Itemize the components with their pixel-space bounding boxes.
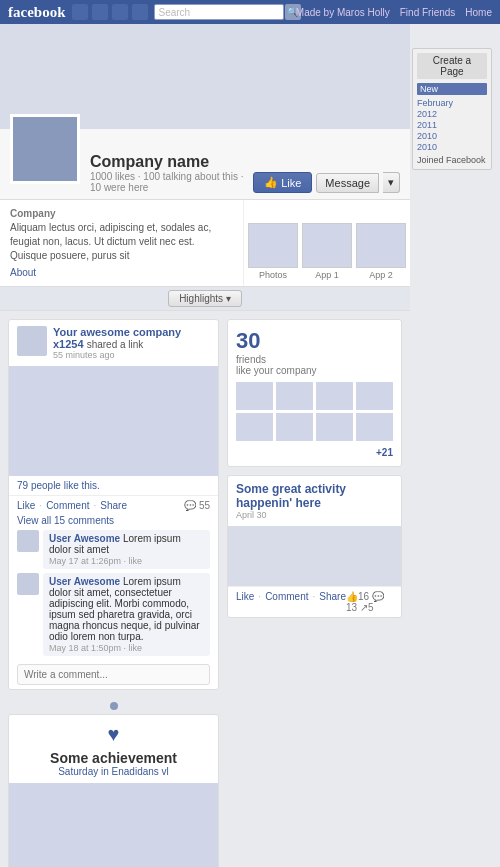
friend-thumb-4[interactable]: [356, 382, 393, 410]
app1-image: [302, 223, 352, 268]
message-button[interactable]: Message: [316, 173, 379, 193]
activity-stats: 👍16 💬13 ↗5: [346, 591, 393, 613]
profile-section: Company name 1000 likes · 100 talking ab…: [0, 129, 410, 200]
search-placeholder: Search: [159, 7, 191, 18]
made-by-link: Made by Maros Holly: [296, 7, 390, 18]
activity-footer: Like · Comment · Share 👍16 💬13 ↗5: [228, 586, 401, 617]
top-navigation: facebook Search 🔍 Made by Maros Holly Fi…: [0, 0, 500, 24]
activity-comment[interactable]: Comment: [265, 591, 308, 613]
friend-thumb-2[interactable]: [276, 382, 313, 410]
friend-thumb-7[interactable]: [316, 413, 353, 441]
post-actions: Like · Comment · Share: [17, 500, 127, 511]
about-section: Company Aliquam lectus orci, adipiscing …: [0, 200, 244, 286]
friend-thumb-5[interactable]: [236, 413, 273, 441]
likes-count: 1000 likes · 100 talking about this · 10…: [90, 171, 253, 193]
top-right-links: Made by Maros Holly Find Friends Home: [296, 0, 492, 24]
messages-icon[interactable]: [112, 4, 128, 20]
comment-row-2: User Awesome Lorem ipsum dolor sit amet,…: [17, 573, 210, 656]
year-february[interactable]: February: [417, 98, 487, 108]
activity-header: Some great activity happenin' here April…: [228, 476, 401, 526]
about-link[interactable]: About: [10, 267, 233, 278]
app1-thumbnail[interactable]: App 1: [302, 223, 352, 280]
comment-bubble-1: User Awesome Lorem ipsum dolor sit amet …: [43, 530, 210, 569]
achievement-icon-area: ♥: [9, 715, 218, 750]
app2-image: [356, 223, 406, 268]
post-card: Your awesome company x1254 shared a link…: [8, 319, 219, 690]
comment-action[interactable]: Comment: [46, 500, 89, 511]
year-2011[interactable]: 2011: [417, 120, 487, 130]
comment-user-1[interactable]: User Awesome: [49, 533, 120, 544]
post-action: shared a link: [87, 339, 144, 350]
activity-share[interactable]: Share: [319, 591, 346, 613]
search-box: Search: [154, 4, 284, 20]
year-2010b[interactable]: 2010: [417, 142, 487, 152]
like-action[interactable]: Like: [17, 500, 35, 511]
post-avatar: [17, 326, 47, 356]
home-icon[interactable]: [72, 4, 88, 20]
create-page-box: Create a Page New February 2012 2011 201…: [412, 48, 492, 170]
timeline-years: New February 2012 2011 2010 2010 Joined …: [417, 83, 487, 165]
company-name: Company name: [90, 153, 253, 171]
friends-more[interactable]: +21: [236, 447, 393, 458]
activity-like[interactable]: Like: [236, 591, 254, 613]
friends-grid: [236, 382, 393, 441]
friends-card: 30 friends like your company +21: [227, 319, 402, 467]
achievement-image: [9, 783, 218, 867]
timeline-dot: [110, 702, 118, 710]
like-count-text: 79 people like this.: [9, 476, 218, 495]
photos-thumbnail[interactable]: Photos: [248, 223, 298, 280]
nav-icons: [72, 4, 148, 20]
photos-label: Photos: [248, 270, 298, 280]
friend-thumb-6[interactable]: [276, 413, 313, 441]
post-image: [9, 366, 218, 476]
activity-card: Some great activity happenin' here April…: [227, 475, 402, 618]
app1-label: App 1: [302, 270, 352, 280]
right-column: 30 friends like your company +21: [227, 319, 402, 867]
main-content: Your awesome company x1254 shared a link…: [0, 311, 410, 867]
friends-icon[interactable]: [92, 4, 108, 20]
comment-avatar-2: [17, 573, 39, 595]
share-action[interactable]: Share: [100, 500, 127, 511]
write-comment-input[interactable]: [17, 664, 210, 685]
photos-image: [248, 223, 298, 268]
friend-thumb-8[interactable]: [356, 413, 393, 441]
facebook-logo: facebook: [8, 4, 66, 21]
achievement-post: ♥ Some achievement Saturday in Enadidans…: [8, 714, 219, 867]
app2-label: App 2: [356, 270, 406, 280]
joined-facebook[interactable]: Joined Facebook: [417, 155, 487, 165]
profile-info: Company name 1000 likes · 100 talking ab…: [90, 147, 253, 199]
comment-time-2: May 18 at 1:50pm · like: [49, 643, 204, 653]
view-all-comments[interactable]: View all 15 comments: [17, 515, 210, 526]
create-page-title[interactable]: Create a Page: [417, 53, 487, 79]
post-header: Your awesome company x1254 shared a link…: [9, 320, 218, 366]
activity-image: [228, 526, 401, 586]
post-meta: Your awesome company x1254 shared a link…: [53, 326, 210, 360]
year-2010[interactable]: 2010: [417, 131, 487, 141]
profile-buttons: 👍 Like Message ▾: [253, 172, 400, 199]
find-friends-link[interactable]: Find Friends: [400, 7, 456, 18]
message-dropdown[interactable]: ▾: [383, 172, 400, 193]
profile-avatar: [10, 114, 80, 184]
like-button[interactable]: 👍 Like: [253, 172, 312, 193]
year-2012[interactable]: 2012: [417, 109, 487, 119]
post-user-action: Your awesome company x1254 shared a link: [53, 326, 210, 350]
app2-thumbnail[interactable]: App 2: [356, 223, 406, 280]
like-count-link[interactable]: 79 people like this.: [17, 480, 100, 491]
activity-actions: Like · Comment · Share: [236, 591, 346, 613]
achievement-subtitle: Saturday in Enadidans vl: [9, 766, 218, 777]
friends-label: friends like your company: [236, 354, 393, 376]
comment-user-2[interactable]: User Awesome: [49, 576, 120, 587]
friend-thumb-1[interactable]: [236, 382, 273, 410]
notifications-icon[interactable]: [132, 4, 148, 20]
home-link[interactable]: Home: [465, 7, 492, 18]
highlights-button[interactable]: Highlights ▾: [168, 290, 242, 307]
comments-section: View all 15 comments User Awesome Lorem …: [9, 515, 218, 689]
comment-bubble-2: User Awesome Lorem ipsum dolor sit amet,…: [43, 573, 210, 656]
photo-thumbnail-container: Photos App 1 App 2: [248, 223, 406, 280]
friend-thumb-3[interactable]: [316, 382, 353, 410]
thumbs-up-icon: 👍: [264, 176, 278, 189]
highlights-bar: Highlights ▾: [0, 287, 410, 311]
comment-row: User Awesome Lorem ipsum dolor sit amet …: [17, 530, 210, 569]
company-description: Aliquam lectus orci, adipiscing et, soda…: [10, 221, 233, 263]
post-time: 55 minutes ago: [53, 350, 210, 360]
